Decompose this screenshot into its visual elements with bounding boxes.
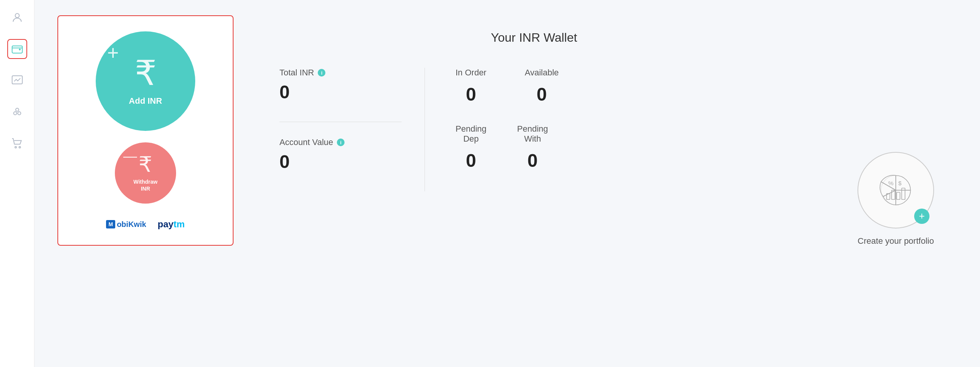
svg-point-4 [18, 112, 21, 115]
in-order-value: 0 [456, 84, 487, 105]
right-panel: % $ + Create your portfolio [835, 15, 957, 352]
svg-rect-12 [902, 188, 905, 199]
mobikwik-text: obiKwik [117, 220, 146, 229]
available-label: Available [525, 68, 559, 78]
total-inr-stat: Total INR i 0 [279, 68, 402, 103]
sidebar-item-chart[interactable] [7, 70, 27, 90]
middle-panel: Your INR Wallet Total INR i 0 Account Va… [256, 15, 812, 352]
available-stat: Available 0 [525, 68, 559, 105]
account-value-label: Account Value i [279, 137, 402, 147]
svg-point-7 [19, 147, 20, 148]
pending-with-stat: PendingWith 0 [517, 124, 548, 171]
withdraw-inr-label: WithdrawINR [134, 178, 158, 192]
sidebar-item-cart[interactable] [7, 133, 27, 153]
main-content: + ₹ Add INR — ₹ WithdrawINR M obiKwik pa… [34, 0, 980, 367]
sidebar [0, 0, 34, 367]
wallet-right: In Order 0 Available 0 PendingDep 0 Pend… [425, 68, 559, 191]
svg-rect-1 [12, 46, 22, 53]
pending-row: PendingDep 0 PendingWith 0 [456, 124, 559, 171]
add-inr-label: Add INR [129, 96, 162, 106]
order-available-row: In Order 0 Available 0 [456, 68, 559, 105]
svg-point-3 [13, 112, 16, 115]
in-order-stat: In Order 0 [456, 68, 487, 105]
sidebar-item-user[interactable] [7, 8, 27, 28]
available-value: 0 [525, 84, 559, 105]
svg-point-0 [15, 13, 19, 18]
wallet-left: Total INR i 0 Account Value i 0 [279, 68, 425, 191]
pending-dep-label: PendingDep [456, 124, 487, 144]
divider [279, 122, 402, 122]
rupee-icon: ₹ [135, 53, 157, 93]
paytm-pay-text: pay [158, 219, 173, 229]
total-inr-info-icon[interactable]: i [318, 69, 325, 77]
minus-icon: — [123, 149, 137, 163]
portfolio-label: Create your portfolio [858, 236, 934, 246]
withdraw-inr-button[interactable]: — ₹ WithdrawINR [115, 142, 176, 204]
in-order-label: In Order [456, 68, 487, 78]
pending-with-value: 0 [517, 150, 548, 171]
svg-point-6 [15, 147, 16, 148]
paytm-tm-text: tm [173, 219, 185, 229]
portfolio-chart-icon: % $ [875, 169, 917, 211]
sidebar-item-wallet[interactable] [7, 39, 27, 59]
svg-text:%: % [888, 179, 893, 186]
payment-methods: M obiKwik paytm [106, 219, 185, 230]
account-value-info-icon[interactable]: i [337, 139, 345, 146]
svg-rect-11 [897, 192, 900, 199]
pending-dep-stat: PendingDep 0 [456, 124, 487, 171]
mobikwik-icon: M [106, 220, 115, 228]
wallet-title: Your INR Wallet [279, 31, 789, 45]
create-portfolio-plus-button[interactable]: + [914, 209, 929, 224]
pending-with-label: PendingWith [517, 124, 548, 144]
account-value-value: 0 [279, 151, 402, 172]
portfolio-circle[interactable]: % $ + [858, 152, 934, 228]
plus-icon: + [107, 43, 119, 63]
sidebar-item-portfolio[interactable] [7, 102, 27, 122]
pending-dep-value: 0 [456, 150, 487, 171]
left-panel: + ₹ Add INR — ₹ WithdrawINR M obiKwik pa… [57, 15, 234, 246]
add-inr-button[interactable]: + ₹ Add INR [96, 31, 195, 131]
svg-text:$: $ [898, 179, 902, 186]
total-inr-value: 0 [279, 82, 402, 103]
paytm-logo: paytm [158, 219, 185, 230]
total-inr-label: Total INR i [279, 68, 402, 78]
mobikwik-logo: M obiKwik [106, 220, 146, 229]
svg-point-5 [16, 108, 19, 111]
account-value-stat: Account Value i 0 [279, 137, 402, 172]
rupee-icon-withdraw: ₹ [139, 152, 152, 177]
wallet-content: Total INR i 0 Account Value i 0 [279, 68, 789, 191]
